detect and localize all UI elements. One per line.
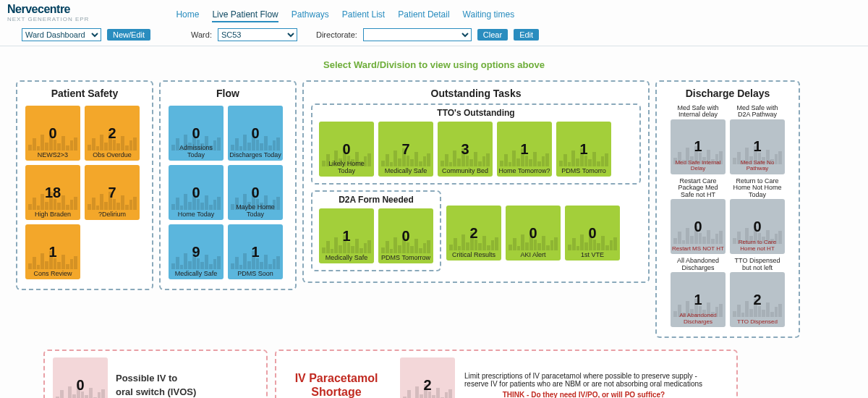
tile-caption: PDMS Soon xyxy=(229,271,281,277)
tile-delay-0-0[interactable]: 1Med Safe Internal Delay xyxy=(671,119,726,174)
tile-value: 0 xyxy=(753,219,761,235)
tile-caption: Maybe Home Today xyxy=(229,204,281,218)
tile-value: 1 xyxy=(251,244,259,261)
tile-caption: Likely Home Today xyxy=(320,161,373,174)
tile-caption: Return to Care Home not HT xyxy=(731,240,783,252)
tile-delay-1-0[interactable]: 0Restart MS NOT HT xyxy=(671,199,726,254)
shortage-title-1: IV Paracetamol xyxy=(282,371,391,385)
tile-flow-0[interactable]: 0Admissions Today xyxy=(169,106,224,161)
tile-safety-2[interactable]: 18High Braden xyxy=(25,165,80,220)
tile-safety-3[interactable]: 7?Delirium xyxy=(85,165,140,220)
edit-button[interactable]: Edit xyxy=(514,29,539,41)
tile-flow-3[interactable]: 0Maybe Home Today xyxy=(228,165,283,220)
tile-caption: Medically Safe xyxy=(170,271,222,277)
tile-caption: Critical Results xyxy=(448,252,500,258)
tile-caption: Medically Safe xyxy=(320,255,373,261)
panel-outstanding-tasks: Outstanding Tasks TTO's Outstanding 0Lik… xyxy=(302,80,650,283)
tab-pathways[interactable]: Pathways xyxy=(292,9,329,22)
tile-value: 0 xyxy=(192,125,200,142)
tile-caption: Home Tomorrow? xyxy=(498,168,550,174)
nav-tabs: Home Live Patient Flow Pathways Patient … xyxy=(176,9,514,22)
tile-tto-1[interactable]: 7Medically Safe xyxy=(378,122,433,177)
ward-select[interactable]: SC53 xyxy=(218,28,297,41)
tile-delay-0-1[interactable]: 1Med Safe No Pathway xyxy=(730,119,785,174)
tile-caption: ?Delirium xyxy=(86,211,138,218)
tile-safety-1[interactable]: 2Obs Overdue xyxy=(85,106,140,161)
tile-value: 1 xyxy=(753,138,761,155)
tile-value: 1 xyxy=(342,228,350,245)
tile-safety-4[interactable]: 1Cons Review xyxy=(25,224,80,279)
subpanel-tto: TTO's Outstanding 0Likely Home Today7Med… xyxy=(311,103,641,185)
tile-iv-paracetamol[interactable]: 2IV Paracetamol xyxy=(400,357,455,398)
tile-flow-4[interactable]: 9Medically Safe xyxy=(169,224,224,279)
delay-top-label: TTO Dispensed but not left xyxy=(730,258,785,271)
dashboard-select[interactable]: Ward Dashboard xyxy=(22,28,101,41)
panel-title: Patient Safety xyxy=(23,88,146,99)
panel-title: Discharge Delays xyxy=(663,88,793,99)
tile-caption: PDMS Tomorrow xyxy=(380,255,432,261)
tile-caption: Restart MS NOT HT xyxy=(672,246,724,252)
subpanel-title: D2A Form Needed xyxy=(317,195,435,205)
tile-flow-1[interactable]: 0Discharges Today xyxy=(228,106,283,161)
tile-delay-2-0[interactable]: 1All Abandoned Discharges xyxy=(671,272,726,327)
tile-caption: Community Bed xyxy=(439,168,491,174)
tile-free-0[interactable]: 2Critical Results xyxy=(446,206,501,261)
ivos-line2: oral switch (IVOS) xyxy=(116,385,196,398)
tile-value: 3 xyxy=(461,141,469,158)
new-edit-button[interactable]: New/Edit xyxy=(107,29,150,41)
delay-top-label: Return to Care Home Not Home Today xyxy=(730,178,785,198)
tile-flow-2[interactable]: 0Home Today xyxy=(169,165,224,220)
tile-free-2[interactable]: 01st VTE xyxy=(565,206,620,261)
tile-value: 1 xyxy=(520,141,528,158)
hint-text: Select Ward/Division to view using optio… xyxy=(0,59,868,70)
tile-flow-5[interactable]: 1PDMS Soon xyxy=(228,224,283,279)
tile-value: 7 xyxy=(401,141,409,158)
tile-caption: PDMS Tomorro xyxy=(558,168,610,174)
tile-tto-3[interactable]: 1Home Tomorrow? xyxy=(497,122,552,177)
tile-value: 0 xyxy=(251,185,259,201)
delay-top-label: Med Safe with Internal delay xyxy=(671,105,726,119)
tab-home[interactable]: Home xyxy=(176,9,199,22)
tile-ivos[interactable]: 0IV to oral switch xyxy=(53,357,108,398)
ivos-line1: Possible IV to xyxy=(116,371,196,386)
tile-value: 2 xyxy=(423,377,431,394)
tab-patient-detail[interactable]: Patient Detail xyxy=(398,9,449,22)
tile-caption: All Abandoned Discharges xyxy=(672,313,724,325)
panel-patient-safety: Patient Safety 0NEWS2>32Obs Overdue18Hig… xyxy=(16,80,153,290)
tile-value: 1 xyxy=(694,138,702,155)
brand-subtitle: NEXT GENERATION EPR xyxy=(7,16,89,22)
panel-flow: Flow 0Admissions Today0Discharges Today0… xyxy=(159,80,297,290)
delay-top-label: Restart Care Package Med Safe not HT xyxy=(671,178,726,198)
tab-live-patient-flow[interactable]: Live Patient Flow xyxy=(212,9,278,22)
directorate-label: Directorate: xyxy=(316,30,357,39)
delay-top-label: All Abandoned Discharges xyxy=(671,258,726,271)
tile-caption: Med Safe Internal Delay xyxy=(672,160,724,172)
directorate-select[interactable] xyxy=(363,28,472,41)
tile-value: 0 xyxy=(529,225,537,242)
tile-value: 0 xyxy=(48,125,56,142)
tile-d2a-1[interactable]: 0PDMS Tomorrow xyxy=(378,208,433,263)
tile-delay-1-1[interactable]: 0Return to Care Home not HT xyxy=(730,199,785,254)
panel-ivos: 0IV to oral switch Possible IV to oral s… xyxy=(43,350,268,398)
shortage-body: Limit prescriptions of IV paracetamol wh… xyxy=(464,372,702,388)
tab-waiting-times[interactable]: Waiting times xyxy=(463,9,515,22)
panel-shortage: IV Paracetamol Shortage 2IV Paracetamol … xyxy=(275,350,738,398)
tile-tto-0[interactable]: 0Likely Home Today xyxy=(319,122,374,177)
tile-value: 1 xyxy=(579,141,587,158)
tile-safety-0[interactable]: 0NEWS2>3 xyxy=(25,106,80,161)
tile-caption: Discharges Today xyxy=(229,152,281,158)
tile-delay-2-1[interactable]: 2TTO Dispensed xyxy=(730,272,785,327)
tile-value: 9 xyxy=(192,244,200,261)
clear-button[interactable]: Clear xyxy=(477,29,508,41)
tile-value: 1 xyxy=(694,292,702,308)
tile-caption: Medically Safe xyxy=(380,168,432,174)
tile-d2a-0[interactable]: 1Medically Safe xyxy=(319,208,374,263)
tab-patient-list[interactable]: Patient List xyxy=(342,9,385,22)
tile-value: 18 xyxy=(45,185,61,201)
tile-tto-2[interactable]: 3Community Bed xyxy=(438,122,493,177)
panel-title: Flow xyxy=(166,88,289,99)
tile-free-1[interactable]: 0AKI Alert xyxy=(506,206,561,261)
tile-caption: NEWS2>3 xyxy=(27,152,79,158)
tile-tto-4[interactable]: 1PDMS Tomorro xyxy=(556,122,611,177)
tile-value: 0 xyxy=(251,125,259,142)
